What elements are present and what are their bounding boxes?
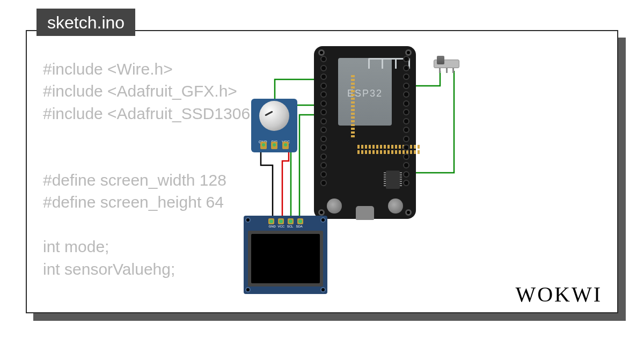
pot-pin-gnd[interactable] [260, 142, 267, 149]
oled-pin-sda[interactable] [297, 218, 303, 224]
oled-pin-vcc[interactable] [278, 218, 284, 224]
oled-pin-gnd[interactable] [268, 218, 274, 224]
file-tab[interactable]: sketch.ino [36, 9, 135, 36]
pot-pin-labels: GND SIG VCC [251, 150, 297, 153]
pin-header-left[interactable] [316, 56, 327, 202]
oled-pin-labels: GND VCC SCL SDA [244, 225, 327, 228]
usb-chip [386, 171, 400, 189]
potentiometer[interactable]: GND SIG VCC [251, 99, 297, 152]
mounting-hole [318, 209, 325, 216]
file-tab-label: sketch.ino [47, 13, 125, 32]
mounting-hole [405, 49, 412, 56]
wokwi-logo: WOKWI [515, 282, 602, 307]
potentiometer-knob[interactable] [259, 101, 289, 131]
pot-pin-vcc[interactable] [282, 142, 289, 149]
reset-button[interactable] [388, 199, 403, 214]
project-card: #include <Wire.h> #include <Adafruit_GFX… [26, 30, 618, 313]
switch-handle[interactable] [437, 56, 444, 64]
pin-header-right[interactable] [403, 56, 414, 202]
switch-pins[interactable] [434, 68, 459, 73]
esp32-label: ESP32 [338, 88, 392, 99]
pot-pads[interactable] [251, 142, 297, 149]
esp32-board[interactable]: ESP32 [314, 46, 416, 219]
boot-button[interactable] [327, 199, 342, 214]
circuit-diagram: ESP32 [193, 46, 494, 304]
oled-bezel [248, 231, 323, 286]
oled-pads[interactable] [244, 218, 327, 224]
pot-pin-sig[interactable] [271, 142, 277, 149]
mounting-hole [405, 209, 412, 216]
micro-usb-port [356, 206, 374, 220]
mounting-hole [318, 49, 325, 56]
oled-pin-scl[interactable] [288, 218, 294, 224]
mounting-hole [320, 287, 326, 292]
chip-leads [351, 75, 355, 138]
oled-display[interactable]: GND VCC SCL SDA [244, 216, 327, 294]
esp32-shield: ESP32 [338, 58, 392, 126]
slide-switch[interactable] [434, 57, 459, 71]
mounting-hole [245, 287, 251, 292]
oled-screen [251, 234, 320, 283]
